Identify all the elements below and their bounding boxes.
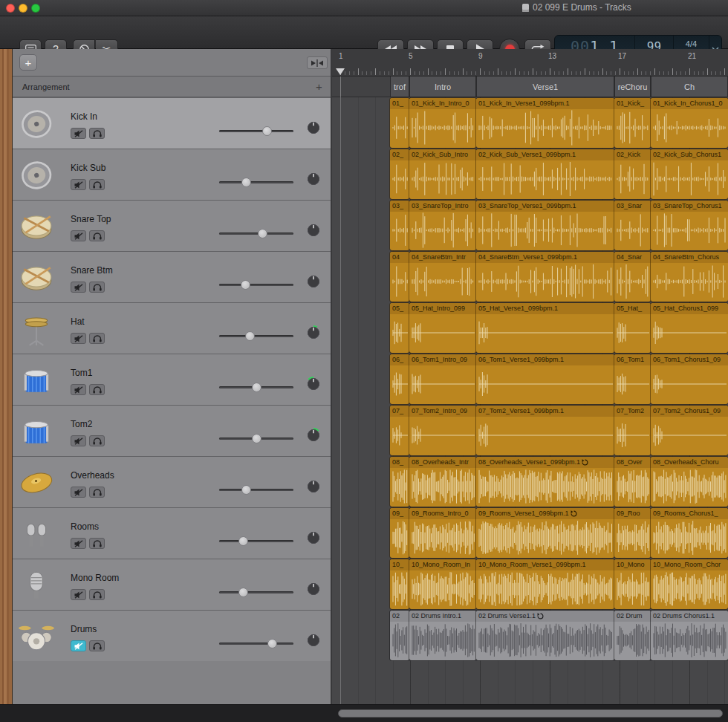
arrangement-section[interactable]: Verse1 <box>476 77 614 97</box>
track-row-snare-top[interactable]: Snare Top <box>13 200 331 251</box>
headphones-button[interactable] <box>89 230 105 241</box>
audio-region[interactable]: 03_SnareTop_Intro <box>409 201 476 250</box>
slider-handle[interactable] <box>241 178 251 187</box>
track-row-mono-room[interactable]: Mono Room <box>13 559 331 610</box>
audio-region[interactable]: 02_Kick_Sub_Intro <box>409 149 476 199</box>
audio-region[interactable]: 09_Rooms_Verse1_099bpm.1 <box>476 508 614 558</box>
track-name[interactable]: Snare Top <box>71 214 111 224</box>
audio-region[interactable]: 03_SnareTop_Verse1_099bpm.1 <box>476 201 614 250</box>
mute-button[interactable] <box>71 179 86 190</box>
slider-handle[interactable] <box>267 639 277 648</box>
audio-region[interactable]: 07_Tom2_Verse1_099bpm.1 <box>476 406 614 455</box>
horizontal-scrollbar[interactable] <box>338 709 723 718</box>
headphones-button[interactable] <box>89 128 105 139</box>
slider-handle[interactable] <box>245 331 255 341</box>
volume-slider[interactable] <box>219 227 293 241</box>
track-name[interactable]: Hat <box>71 316 85 327</box>
audio-region[interactable]: 02_Kick_Sub_Verse1_099bpm.1 <box>476 149 614 199</box>
audio-region[interactable]: 10_ <box>390 559 409 609</box>
track-row-snare-btm[interactable]: Snare Btm <box>13 251 331 302</box>
track-row-hat[interactable]: Hat <box>13 302 331 354</box>
audio-region[interactable]: 09_Rooms_Intro_0 <box>409 508 476 558</box>
pan-knob[interactable] <box>305 427 322 443</box>
pan-knob[interactable] <box>305 273 322 290</box>
slider-handle[interactable] <box>238 536 248 546</box>
headphones-button[interactable] <box>89 384 105 395</box>
volume-slider[interactable] <box>219 330 293 343</box>
track-row-rooms[interactable]: Rooms <box>13 507 331 559</box>
mute-button[interactable] <box>71 282 86 293</box>
audio-region[interactable]: 02_Kick_Sub_Chorus1 <box>651 149 728 199</box>
audio-region[interactable]: 02 Drums Intro.1 <box>409 611 476 660</box>
audio-region[interactable]: 06_ <box>390 354 409 404</box>
audio-region[interactable]: 01_ <box>390 98 409 148</box>
audio-region[interactable]: 09_ <box>390 508 409 558</box>
mute-button[interactable] <box>71 230 86 241</box>
track-row-kick-sub[interactable]: Kick Sub <box>13 149 331 200</box>
add-arrangement-button[interactable]: + <box>316 80 322 93</box>
volume-slider[interactable] <box>219 381 293 394</box>
audio-region[interactable]: 04_Snar <box>614 252 651 302</box>
audio-region[interactable]: 02_ <box>390 149 409 199</box>
mute-button[interactable] <box>71 589 86 600</box>
audio-region[interactable]: 04_SnareBtm_Intr <box>409 252 476 302</box>
track-name[interactable]: Kick In <box>71 111 97 122</box>
audio-region[interactable]: 10_Mono <box>614 559 651 609</box>
audio-region[interactable]: 03_ <box>390 201 409 250</box>
audio-region[interactable]: 05_Hat_ <box>614 303 651 353</box>
audio-region[interactable]: 08_Over <box>614 457 651 507</box>
track-name[interactable]: Snare Btm <box>71 265 113 276</box>
audio-region[interactable]: 10_Mono_Room_Verse1_099bpm.1 <box>476 559 614 609</box>
slider-handle[interactable] <box>258 229 267 238</box>
audio-region[interactable]: 01_Kick_ <box>614 98 651 148</box>
volume-slider[interactable] <box>219 279 293 292</box>
audio-region[interactable]: 04_SnareBtm_Chorus <box>651 252 728 302</box>
headphones-button[interactable] <box>89 640 105 651</box>
audio-region[interactable]: 06_Tom1 <box>614 354 651 404</box>
mute-button[interactable] <box>71 384 86 395</box>
zoom-button[interactable] <box>31 4 40 13</box>
audio-region[interactable]: 09_Roo <box>614 508 651 558</box>
slider-handle[interactable] <box>252 434 261 443</box>
minimize-button[interactable] <box>19 4 27 13</box>
volume-slider[interactable] <box>219 637 293 651</box>
track-name[interactable]: Tom2 <box>71 419 92 429</box>
audio-region[interactable]: 04_SnareBtm_Verse1_099bpm.1 <box>476 252 614 302</box>
headphones-button[interactable] <box>89 282 105 293</box>
track-name[interactable]: Tom1 <box>71 368 92 378</box>
close-button[interactable] <box>6 4 15 13</box>
headphones-button[interactable] <box>89 179 105 190</box>
pan-knob[interactable] <box>305 478 322 495</box>
track-name[interactable]: Drums <box>71 624 97 634</box>
audio-region[interactable]: 02 Drum <box>614 611 651 660</box>
track-row-tom1[interactable]: Tom1 <box>13 354 331 405</box>
mute-button[interactable] <box>71 128 86 139</box>
headphones-button[interactable] <box>89 487 105 498</box>
audio-region[interactable]: 03_SnareTop_Chorus1 <box>651 201 728 250</box>
slider-handle[interactable] <box>252 383 261 392</box>
audio-region[interactable]: 08_Overheads_Verse1_099bpm.1 <box>476 457 614 507</box>
audio-region[interactable]: 10_Mono_Room_Chor <box>651 559 728 609</box>
arrangement-section[interactable]: Intro <box>409 77 476 97</box>
arrangement-section[interactable]: Ch <box>651 77 728 97</box>
headphones-button[interactable] <box>89 589 105 600</box>
pan-knob[interactable] <box>305 376 322 392</box>
audio-region[interactable]: 05_ <box>390 303 409 353</box>
audio-region[interactable]: 10_Mono_Room_In <box>409 559 476 609</box>
timeline[interactable]: 159131721 trofIntroVerse1reChoruCh 01_01… <box>332 49 728 704</box>
audio-region[interactable]: 06_Tom1_Chorus1_09 <box>651 354 728 404</box>
headphones-button[interactable] <box>89 435 105 446</box>
slider-handle[interactable] <box>262 126 272 136</box>
audio-region[interactable]: 02 Drums Chorus1.1 <box>651 611 728 660</box>
audio-region[interactable]: 01_Kick_In_Verse1_099bpm.1 <box>476 98 614 148</box>
audio-region[interactable]: 07_Tom2 <box>614 406 651 455</box>
track-row-overheads[interactable]: Overheads <box>13 456 331 507</box>
volume-slider[interactable] <box>219 586 293 599</box>
pan-knob[interactable] <box>305 325 322 341</box>
volume-slider[interactable] <box>219 432 293 446</box>
audio-region[interactable]: 01_Kick_In_Intro_0 <box>409 98 476 148</box>
pan-knob[interactable] <box>305 632 322 648</box>
slider-handle[interactable] <box>238 588 248 597</box>
audio-region[interactable]: 02 Drums Verse1.1 <box>476 611 614 660</box>
track-name[interactable]: Overheads <box>71 470 114 481</box>
